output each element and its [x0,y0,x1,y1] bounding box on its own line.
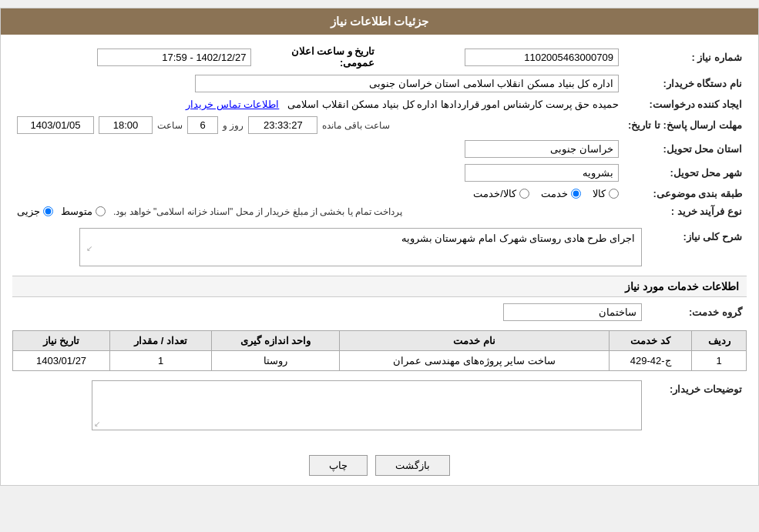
category-kala-khedmat[interactable]: کالا/خدمت [473,188,529,199]
reply-day-label: روز و [223,120,243,131]
services-table-head: ردیف کد خدمت نام خدمت واحد اندازه گیری ت… [13,331,747,351]
process-type-radio-jozi[interactable] [43,206,53,216]
requester-label: ایجاد کننده درخواست: [623,95,747,113]
services-table: ردیف کد خدمت نام خدمت واحد اندازه گیری ت… [12,330,747,371]
announcement-date-label: تاریخ و ساعت اعلان عمومی: [256,42,379,72]
cell-row: 1 [692,351,747,371]
need-description-table: شرح کلی نیاز: اجرای طرح هادی روستای شهرک… [12,225,747,269]
footer-buttons: بازگشت چاپ [1,446,758,485]
cell-name: ساخت سایر پروژه‌های مهندسی عمران [340,351,610,371]
need-number-label: شماره نیاز : [623,42,747,72]
row-buyer-desc: توضیحات خریدار: ↙ [12,377,747,433]
requester-contact-link[interactable]: اطلاعات تماس خریدار [186,99,279,110]
col-unit: واحد اندازه گیری [212,331,340,351]
need-number-box: 1102005463000709 [465,49,619,66]
buyer-name-box: اداره کل بنیاد مسکن انقلاب اسلامی استان … [195,75,619,92]
buyer-name-value: اداره کل بنیاد مسکن انقلاب اسلامی استان … [12,72,623,95]
process-type-jozi[interactable]: جزیی [17,206,53,217]
table-row: 1ج-42-429ساخت سایر پروژه‌های مهندسی عمرا… [13,351,747,371]
col-service-name: نام خدمت [340,331,610,351]
category-khedmat[interactable]: خدمت [541,188,581,199]
reply-remaining-box: 23:33:27 [248,116,317,134]
category-radio-group: کالا/خدمت خدمت کالا [17,188,619,199]
row-need-description: شرح کلی نیاز: اجرای طرح هادی روستای شهرک… [12,225,747,269]
process-type-value: پرداخت تمام یا بخشی از مبلغ خریدار از مح… [12,202,623,220]
services-section-label: اطلاعات خدمات مورد نیاز [625,280,739,293]
row-buyer-name: نام دستگاه خریدار: اداره کل بنیاد مسکن ا… [12,72,747,95]
need-description-text: اجرای طرح هادی روستای شهرک امام شهرستان … [401,233,635,244]
need-description-label: شرح کلی نیاز: [646,225,747,269]
col-quantity: تعداد / مقدار [110,331,212,351]
province-box: خراسان جنوبی [465,140,619,158]
back-button[interactable]: بازگشت [375,455,450,476]
process-type-label: نوع فرآیند خرید : [623,202,747,220]
city-label: شهر محل تحویل: [623,161,747,185]
row-process-type: نوع فرآیند خرید : پرداخت تمام یا بخشی از… [12,202,747,220]
announcement-date-box: 1402/12/27 - 17:59 [97,49,251,66]
need-description-box: اجرای طرح هادی روستای شهرک امام شهرستان … [79,228,642,266]
process-type-radio-motavaset[interactable] [96,206,106,216]
category-khedmat-label: خدمت [541,188,568,199]
need-number-value: 1102005463000709 [379,42,623,72]
page-title: جزئیات اطلاعات نیاز [331,15,428,28]
row-city: شهر محل تحویل: بشرویه [12,161,747,185]
row-need-number: شماره نیاز : 1102005463000709 تاریخ و سا… [12,42,747,72]
reply-days-box: 6 [187,116,218,134]
process-type-note: پرداخت تمام یا بخشی از مبلغ خریدار از مح… [113,206,402,217]
process-type-motavaset-label: متوسط [61,206,92,217]
col-row-num: ردیف [692,331,747,351]
page-container: جزئیات اطلاعات نیاز شماره نیاز : 1102005… [0,8,759,486]
col-date: تاریخ نیاز [13,331,110,351]
service-group-table: گروه خدمت: ساختمان [12,300,747,324]
cell-unit: روستا [212,351,340,371]
content-area: شماره نیاز : 1102005463000709 تاریخ و سا… [1,35,758,446]
col-service-code: کد خدمت [609,331,691,351]
buyer-desc-box: ↙ [92,380,642,430]
reply-time-box: 18:00 [99,116,153,134]
requester-value: حمیده حق پرست کارشناس امور قراردادها ادا… [12,95,623,113]
announcement-date-value: 1402/12/27 - 17:59 [12,42,256,72]
buyer-desc-table: توضیحات خریدار: ↙ [12,377,747,433]
row-requester: ایجاد کننده درخواست: حمیده حق پرست کارشن… [12,95,747,113]
city-value: بشرویه [12,161,623,185]
buyer-name-label: نام دستگاه خریدار: [623,72,747,95]
buyer-desc-value: ↙ [12,377,646,433]
city-box: بشرویه [465,164,619,182]
category-value: کالا/خدمت خدمت کالا [12,185,623,202]
service-group-label: گروه خدمت: [646,300,747,324]
requester-text: حمیده حق پرست کارشناس امور قراردادها ادا… [287,99,619,110]
row-province: استان محل تحویل: خراسان جنوبی [12,137,747,161]
category-kala-label: کالا [593,188,606,199]
services-table-body: 1ج-42-429ساخت سایر پروژه‌های مهندسی عمرا… [13,351,747,371]
province-value: خراسان جنوبی [12,137,623,161]
service-group-box: ساختمان [503,303,642,321]
page-header: جزئیات اطلاعات نیاز [1,8,758,35]
buyer-desc-label: توضیحات خریدار: [646,377,747,433]
cell-code: ج-42-429 [609,351,691,371]
row-reply-deadline: مهلت ارسال پاسخ: تا تاریخ: ساعت باقی مان… [12,113,747,137]
print-button[interactable]: چاپ [309,455,368,476]
process-type-jozi-label: جزیی [17,206,40,217]
category-label: طبقه بندی موضوعی: [623,185,747,202]
services-section-header: اطلاعات خدمات مورد نیاز [12,276,747,297]
need-description-value: اجرای طرح هادی روستای شهرک امام شهرستان … [12,225,646,269]
cell-quantity: 1 [110,351,212,371]
reply-time-label: ساعت [157,120,183,131]
category-kala-khedmat-label: کالا/خدمت [473,188,516,199]
info-table: شماره نیاز : 1102005463000709 تاریخ و سا… [12,42,747,220]
category-radio-khedmat[interactable] [571,189,581,199]
row-service-group: گروه خدمت: ساختمان [12,300,747,324]
reply-date-box: 1403/01/05 [17,116,94,134]
reply-deadline-label: مهلت ارسال پاسخ: تا تاریخ: [623,113,747,137]
category-kala[interactable]: کالا [593,188,619,199]
category-radio-kala[interactable] [609,189,619,199]
province-label: استان محل تحویل: [623,137,747,161]
process-type-motavaset[interactable]: متوسط [61,206,106,217]
service-group-value: ساختمان [12,300,646,324]
category-radio-kala-khedmat[interactable] [519,189,529,199]
reply-remaining-label: ساعت باقی مانده [322,120,390,131]
row-category: طبقه بندی موضوعی: کالا/خدمت خدمت [12,185,747,202]
reply-deadline-value: ساعت باقی مانده 23:33:27 روز و 6 ساعت 18… [12,113,623,137]
cell-date: 1403/01/27 [13,351,110,371]
services-table-header-row: ردیف کد خدمت نام خدمت واحد اندازه گیری ت… [13,331,747,351]
